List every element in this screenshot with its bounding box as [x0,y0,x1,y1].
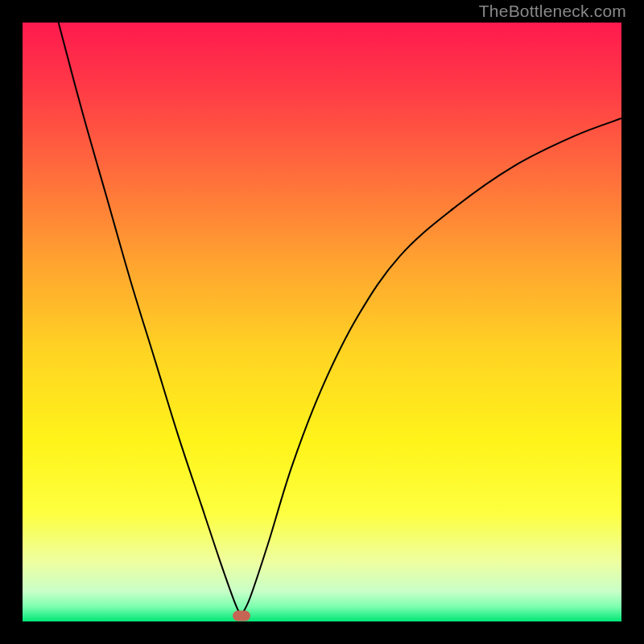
minimum-marker [233,610,250,621]
bottleneck-curve [23,23,621,621]
watermark-text: TheBottleneck.com [479,2,626,21]
chart-frame: TheBottleneck.com [0,0,644,644]
plot-area [23,23,621,621]
